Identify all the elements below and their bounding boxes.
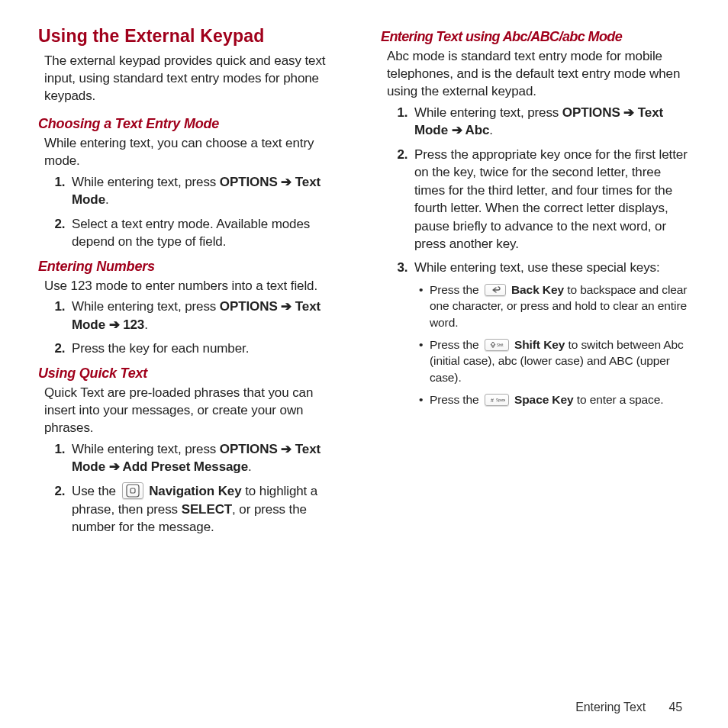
step-text: . [489,123,493,137]
step-item: While entering text, press OPTIONS ➔ Tex… [411,104,690,140]
two-column-layout: Using the External Keypad The external k… [38,26,690,544]
step-item: While entering text, press OPTIONS ➔ Tex… [69,440,347,476]
step-item: While entering text, press OPTIONS ➔ Tex… [69,298,347,333]
svg-rect-1 [130,488,135,493]
bullet-item: Press the # Space Space Key to enter a s… [419,391,690,407]
svg-text:#: # [491,398,494,403]
section-heading: Using the External Keypad [38,26,347,47]
step-text: Press the appropriate key once for the f… [414,147,688,251]
shift-key-icon: Shift [485,339,509,351]
step-text: Use the [72,484,120,498]
svg-text:Shift: Shift [497,343,504,347]
svg-rect-0 [127,485,139,497]
body-text: While entering text, you can choose a te… [44,135,344,170]
bullet-text: Press the [430,338,482,351]
svg-text:Space: Space [496,398,505,402]
key-name: Back Key [511,283,564,296]
step-text: Press the key for each number. [72,341,249,356]
space-key-icon: # Space [485,394,509,406]
subheading-quick-text: Using Quick Text [38,366,347,382]
subheading-entering-numbers: Entering Numbers [38,259,347,275]
step-item: Use the Navigation Key to highlight a ph… [69,482,347,536]
steps-list: While entering text, press OPTIONS ➔ Tex… [381,104,690,408]
steps-list: While entering text, press OPTIONS ➔ Tex… [38,173,347,251]
body-text: Abc mode is standard text entry mode for… [387,48,687,101]
page-footer: Entering Text 45 [575,701,682,714]
key-name: Navigation Key [149,484,241,498]
footer-section-name: Entering Text [575,701,646,714]
bullet-list: Press the Back Key to backspace and clea… [414,282,690,408]
subheading-abc-mode: Entering Text using Abc/ABC/abc Mode [381,29,690,45]
step-text: While entering text, press [72,442,220,456]
back-key-icon [485,284,506,296]
manual-page: Using the External Keypad The external k… [0,0,728,728]
step-text: While entering text, press [72,299,220,314]
bullet-text: Press the [430,283,482,296]
step-text: . [144,317,148,332]
bullet-text: to enter a space. [577,393,664,406]
steps-list: While entering text, press OPTIONS ➔ Tex… [38,298,347,357]
step-item: While entering text, press OPTIONS ➔ Tex… [69,173,347,209]
step-text: While entering text, press [414,105,562,120]
navigation-key-icon [122,482,143,499]
page-number: 45 [668,701,682,714]
key-name: Space Key [514,393,574,406]
left-column: Using the External Keypad The external k… [38,26,347,544]
bullet-item: Press the Back Key to backspace and clea… [419,282,690,330]
step-text: . [248,459,252,474]
bullet-item: Press the Shift Shift Key to switch betw… [419,337,690,385]
step-text: While entering text, press [72,175,220,189]
step-item: While entering text, use these special k… [411,259,690,407]
right-column: Entering Text using Abc/ABC/abc Mode Abc… [381,26,690,544]
step-item: Select a text entry mode. Available mode… [69,215,347,251]
subheading-choosing-mode: Choosing a Text Entry Mode [38,116,347,132]
steps-list: While entering text, press OPTIONS ➔ Tex… [38,440,347,536]
step-text: While entering text, use these special k… [414,260,660,275]
body-text: Use 123 mode to enter numbers into a tex… [44,278,344,295]
key-name: Shift Key [514,338,565,351]
step-text: . [105,192,109,207]
step-item: Press the appropriate key once for the f… [411,146,690,253]
body-text: Quick Text are pre-loaded phrases that y… [44,385,344,437]
step-item: Press the key for each number. [69,340,347,357]
intro-paragraph: The external keypad provides quick and e… [44,53,344,105]
step-text: Select a text entry mode. Available mode… [72,217,310,249]
bullet-text: Press the [430,393,482,406]
strong-text: SELECT [182,502,232,517]
